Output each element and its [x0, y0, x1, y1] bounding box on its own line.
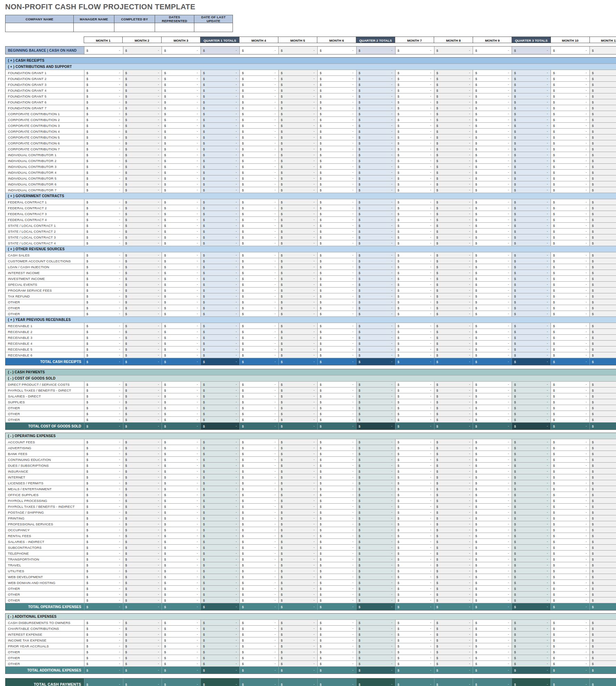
amount-cell[interactable]: $-	[278, 187, 317, 193]
amount-cell[interactable]: $-	[201, 527, 239, 533]
amount-cell[interactable]: $-	[317, 480, 356, 486]
amount-cell[interactable]: $-	[551, 480, 589, 486]
amount-cell[interactable]: $-	[551, 123, 589, 128]
amount-cell[interactable]: $-	[123, 515, 162, 521]
amount-cell[interactable]: $-	[395, 175, 434, 181]
amount-cell[interactable]: $-	[162, 229, 201, 234]
amount-cell[interactable]: $-	[395, 492, 434, 497]
amount-cell[interactable]: $-	[317, 252, 356, 258]
amount-cell[interactable]: $-	[317, 527, 356, 533]
amount-cell[interactable]: $-	[434, 111, 473, 117]
amount-cell[interactable]: $-	[512, 533, 551, 538]
amount-cell[interactable]: $-	[278, 146, 317, 152]
amount-cell[interactable]: $-	[239, 592, 278, 597]
amount-cell[interactable]: $-	[278, 463, 317, 468]
amount-cell[interactable]: $-	[395, 603, 434, 610]
company-name-input[interactable]	[6, 23, 74, 32]
amount-cell[interactable]: $-	[239, 626, 278, 631]
amount-cell[interactable]: $-	[201, 492, 239, 497]
amount-cell[interactable]: $-	[512, 515, 551, 521]
amount-cell[interactable]: $-	[278, 264, 317, 270]
amount-cell[interactable]: $-	[589, 117, 616, 122]
amount-cell[interactable]: $-	[84, 387, 123, 393]
amount-cell[interactable]: $-	[473, 152, 512, 158]
amount-cell[interactable]: $-	[201, 539, 239, 544]
amount-cell[interactable]: $-	[356, 574, 395, 579]
amount-cell[interactable]: $-	[589, 152, 616, 158]
amount-cell[interactable]: $-	[201, 515, 239, 521]
amount-cell[interactable]: $-	[473, 223, 512, 228]
amount-cell[interactable]: $-	[162, 445, 201, 451]
amount-cell[interactable]: $-	[356, 515, 395, 521]
amount-cell[interactable]: $-	[589, 217, 616, 222]
amount-cell[interactable]: $-	[551, 299, 589, 305]
amount-cell[interactable]: $-	[589, 88, 616, 93]
amount-cell[interactable]: $-	[162, 234, 201, 240]
amount-cell[interactable]: $-	[84, 586, 123, 591]
amount-cell[interactable]: $-	[239, 252, 278, 258]
amount-cell[interactable]: $-	[395, 88, 434, 93]
amount-cell[interactable]: $-	[123, 405, 162, 411]
amount-cell[interactable]: $-	[434, 411, 473, 416]
amount-cell[interactable]: $-	[356, 329, 395, 334]
amount-cell[interactable]: $-	[84, 88, 123, 93]
amount-cell[interactable]: $-	[317, 352, 356, 358]
amount-cell[interactable]: $-	[551, 111, 589, 117]
amount-cell[interactable]: $-	[551, 229, 589, 234]
amount-cell[interactable]: $-	[551, 457, 589, 462]
amount-cell[interactable]: $-	[84, 539, 123, 544]
amount-cell[interactable]: $-	[278, 358, 317, 365]
amount-cell[interactable]: $-	[123, 539, 162, 544]
amount-cell[interactable]: $-	[589, 276, 616, 281]
amount-cell[interactable]: $-	[473, 655, 512, 660]
amount-cell[interactable]: $-	[473, 111, 512, 117]
amount-cell[interactable]: $-	[589, 258, 616, 264]
amount-cell[interactable]: $-	[589, 556, 616, 562]
amount-cell[interactable]: $-	[434, 358, 473, 365]
amount-cell[interactable]: $-	[473, 47, 512, 54]
amount-cell[interactable]: $-	[84, 515, 123, 521]
amount-cell[interactable]: $-	[434, 649, 473, 655]
amount-cell[interactable]: $-	[239, 393, 278, 399]
amount-cell[interactable]: $-	[162, 217, 201, 222]
amount-cell[interactable]: $-	[551, 134, 589, 140]
amount-cell[interactable]: $-	[201, 264, 239, 270]
amount-cell[interactable]: $-	[162, 123, 201, 128]
amount-cell[interactable]: $-	[395, 70, 434, 75]
amount-cell[interactable]: $-	[84, 568, 123, 574]
amount-cell[interactable]: $-	[395, 423, 434, 430]
amount-cell[interactable]: $-	[239, 568, 278, 574]
amount-cell[interactable]: $-	[278, 105, 317, 111]
amount-cell[interactable]: $-	[201, 678, 239, 686]
amount-cell[interactable]: $-	[123, 597, 162, 603]
amount-cell[interactable]: $-	[512, 405, 551, 411]
amount-cell[interactable]: $-	[473, 329, 512, 334]
amount-cell[interactable]: $-	[395, 439, 434, 445]
amount-cell[interactable]: $-	[239, 76, 278, 81]
amount-cell[interactable]: $-	[589, 211, 616, 216]
amount-cell[interactable]: $-	[278, 539, 317, 544]
amount-cell[interactable]: $-	[473, 252, 512, 258]
amount-cell[interactable]: $-	[395, 134, 434, 140]
amount-cell[interactable]: $-	[162, 382, 201, 387]
amount-cell[interactable]: $-	[473, 382, 512, 387]
amount-cell[interactable]: $-	[278, 551, 317, 556]
amount-cell[interactable]: $-	[162, 545, 201, 550]
amount-cell[interactable]: $-	[512, 305, 551, 311]
amount-cell[interactable]: $-	[201, 655, 239, 660]
amount-cell[interactable]: $-	[123, 270, 162, 275]
amount-cell[interactable]: $-	[512, 411, 551, 416]
amount-cell[interactable]: $-	[239, 323, 278, 329]
amount-cell[interactable]: $-	[123, 533, 162, 538]
amount-cell[interactable]: $-	[512, 574, 551, 579]
amount-cell[interactable]: $-	[123, 211, 162, 216]
amount-cell[interactable]: $-	[201, 105, 239, 111]
amount-cell[interactable]: $-	[201, 474, 239, 480]
amount-cell[interactable]: $-	[512, 234, 551, 240]
amount-cell[interactable]: $-	[512, 352, 551, 358]
amount-cell[interactable]: $-	[395, 117, 434, 122]
amount-cell[interactable]: $-	[201, 287, 239, 293]
amount-cell[interactable]: $-	[123, 234, 162, 240]
amount-cell[interactable]: $-	[512, 521, 551, 527]
amount-cell[interactable]: $-	[395, 678, 434, 686]
